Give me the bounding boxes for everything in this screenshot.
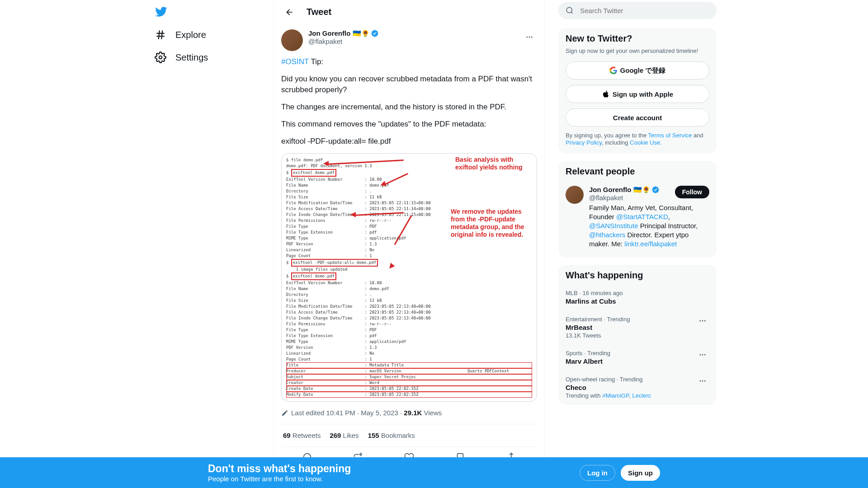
bio-link[interactable]: @SANSInstitute	[589, 222, 638, 230]
signup-card: New to Twitter? Sign up now to get your …	[558, 28, 717, 154]
trends-card: What's happening MLB · 16 minutes agoMar…	[558, 265, 717, 405]
trend-more-button[interactable]	[696, 348, 709, 361]
back-button[interactable]	[281, 4, 297, 20]
tweet-timestamp[interactable]: 10:41 PM · May 5, 2023	[326, 409, 398, 417]
banner-title: Don't miss what's happening	[208, 463, 580, 475]
trend-item[interactable]: Open-wheel racing · TrendingChecoTrendin…	[566, 371, 709, 404]
bookmarks-stat[interactable]: 155 Bookmarks	[368, 432, 415, 439]
trend-title: Marlins at Cubs	[566, 297, 709, 305]
hash-icon	[155, 29, 166, 41]
search-box[interactable]	[558, 2, 717, 19]
author-display-name[interactable]: Jon Gorenflo 🇺🇦🌻	[308, 29, 522, 38]
banner-subtitle: People on Twitter are the first to know.	[208, 475, 580, 483]
verified-badge-icon	[651, 186, 660, 194]
author-handle[interactable]: @flakpaket	[308, 38, 522, 45]
signup-subtitle: Sign up now to get your own personalized…	[566, 47, 709, 54]
trend-item[interactable]: Sports · TrendingMarv Albert	[566, 344, 709, 371]
media-annotation-1: Basic analysis with exiftool yields noth…	[455, 156, 528, 171]
bio-link[interactable]: @hthackers	[589, 231, 625, 239]
hashtag-link[interactable]: #OSINT	[281, 57, 309, 66]
trend-title: Checo	[566, 384, 709, 391]
relevant-title: Relevant people	[566, 166, 709, 177]
tweet: Jon Gorenflo 🇺🇦🌻 @flakpaket #OSINT Tip: …	[274, 24, 544, 468]
trend-item[interactable]: MLB · 16 minutes agoMarlins at Cubs	[566, 284, 709, 310]
trend-context: Open-wheel racing · Trending	[566, 376, 709, 383]
create-account-button[interactable]: Create account	[566, 108, 709, 127]
follow-button[interactable]: Follow	[675, 186, 709, 198]
trends-title: What's happening	[566, 270, 709, 281]
verified-badge-icon	[371, 29, 379, 38]
relevant-people-card: Relevant people Jon Gorenflo 🇺🇦🌻 @flakpa…	[558, 161, 717, 258]
search-icon	[566, 6, 574, 14]
nav-explore[interactable]: Explore	[149, 23, 212, 46]
right-sidebar: New to Twitter? Sign up now to get your …	[558, 0, 717, 488]
tos-link[interactable]: Terms of Service	[648, 132, 692, 139]
nav-settings[interactable]: Settings	[149, 46, 213, 69]
svg-line-3	[161, 30, 162, 39]
svg-point-12	[566, 7, 572, 13]
nav-settings-label: Settings	[175, 52, 208, 63]
relevant-bio: Family Man, Army Vet, Consultant, Founde…	[589, 203, 709, 249]
trend-tag-link[interactable]: Leclerc	[632, 392, 651, 399]
left-sidebar: Explore Settings	[149, 0, 274, 488]
tweet-text: #OSINT Tip: Did you know you can recover…	[281, 56, 537, 147]
bio-link[interactable]: linktr.ee/flakpaket	[624, 240, 677, 248]
svg-point-21	[702, 380, 703, 382]
svg-point-6	[529, 37, 530, 38]
svg-line-2	[159, 30, 160, 39]
nav-explore-label: Explore	[175, 30, 206, 40]
relevant-avatar[interactable]	[566, 186, 584, 204]
trend-tag-link[interactable]: #MiamiGP	[602, 392, 629, 399]
trend-context: Sports · Trending	[566, 350, 709, 357]
signup-title: New to Twitter?	[566, 33, 709, 44]
tweet-more-button[interactable]	[522, 29, 537, 45]
trend-more-button[interactable]	[696, 314, 709, 328]
svg-point-17	[699, 354, 701, 356]
trend-context: Entertainment · Trending	[566, 316, 709, 323]
svg-point-19	[704, 354, 706, 356]
tweet-media[interactable]: $ file demo.pdfdemo.pdf: PDF document, v…	[281, 153, 537, 402]
twitter-logo[interactable]	[149, 4, 274, 23]
privacy-link[interactable]: Privacy Policy	[566, 139, 602, 146]
svg-point-14	[699, 320, 701, 322]
views-count: 29.1K	[404, 409, 422, 417]
relevant-display-name[interactable]: Jon Gorenflo 🇺🇦🌻	[589, 186, 675, 194]
svg-point-20	[699, 380, 701, 382]
bio-link[interactable]: @StartATTACKD	[616, 213, 668, 221]
svg-point-4	[159, 56, 162, 59]
svg-point-16	[704, 320, 706, 322]
page-title: Tweet	[307, 7, 331, 17]
google-icon	[609, 66, 618, 75]
svg-point-22	[704, 380, 706, 382]
login-button[interactable]: Log in	[580, 465, 615, 481]
signup-banner: Don't miss what's happening People on Tw…	[0, 457, 868, 488]
apple-signup-button[interactable]: Sign up with Apple	[566, 85, 709, 103]
svg-point-5	[526, 37, 528, 38]
google-signup-button[interactable]: Google で登録	[566, 61, 709, 80]
signup-fine-print: By signing up, you agree to the Terms of…	[566, 132, 709, 146]
gear-icon	[155, 52, 166, 63]
trend-more-button[interactable]	[696, 374, 709, 388]
author-avatar[interactable]	[281, 29, 303, 51]
svg-point-15	[702, 320, 703, 322]
edited-label[interactable]: Last edited	[291, 409, 324, 417]
trend-item[interactable]: Trending in United States	[566, 404, 709, 405]
main-column: Tweet Jon Gorenflo 🇺🇦🌻 @flakpaket	[274, 0, 545, 488]
retweets-stat[interactable]: 69 Retweets	[283, 432, 321, 439]
signup-button[interactable]: Sign up	[621, 465, 660, 481]
likes-stat[interactable]: 269 Likes	[330, 432, 359, 439]
search-input[interactable]	[580, 7, 709, 14]
trend-item[interactable]: Entertainment · TrendingMrBeast13.1K Twe…	[566, 310, 709, 344]
relevant-person: Jon Gorenflo 🇺🇦🌻 @flakpaket Follow Famil…	[566, 180, 709, 249]
tweet-stats: 69 Retweets 269 Likes 155 Bookmarks	[281, 424, 537, 446]
apple-icon	[602, 90, 610, 98]
cookie-link[interactable]: Cookie Use.	[630, 139, 662, 146]
relevant-handle[interactable]: @flakpaket	[589, 194, 675, 202]
views-label: Views	[424, 409, 442, 417]
tweet-metadata: Last edited 10:41 PM · May 5, 2023 · 29.…	[281, 402, 537, 424]
svg-point-18	[702, 354, 703, 356]
main-header: Tweet	[274, 0, 544, 24]
pencil-icon	[281, 409, 288, 417]
trend-context: MLB · 16 minutes ago	[566, 290, 709, 296]
trend-title: Marv Albert	[566, 357, 709, 365]
